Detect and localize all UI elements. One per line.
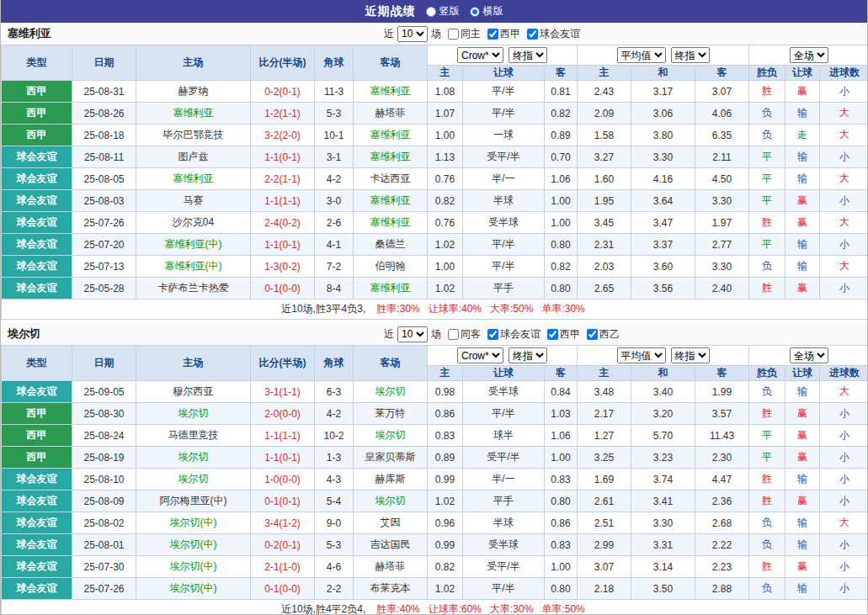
home-team-cell[interactable]: 埃尔切 [136,469,251,490]
column-header: 比分(半场) [251,346,315,381]
filter-checkbox[interactable]: 球会友谊 [527,27,580,41]
home-team-cell[interactable]: 赫罗纳 [136,81,251,103]
away-team-cell[interactable]: 桑德兰 [354,234,428,256]
checkbox-label: 同客 [461,327,481,342]
home-team-cell[interactable]: 马赛 [136,190,251,212]
checkbox-input[interactable] [487,329,498,340]
near-count-select[interactable]: 10 [397,26,428,42]
odds-cell: 受半球 [463,212,545,234]
result-cell: 平 [749,168,785,190]
odds-cell: 0.76 [428,168,463,190]
filter-checkbox[interactable]: 西甲 [487,27,520,41]
checkbox-input[interactable] [587,329,598,340]
home-team-cell[interactable]: 塞维利亚 [136,168,251,190]
date-cell: 25-08-30 [72,403,136,425]
odds-source-select[interactable]: 终指 [509,47,547,63]
match-row: 球会友谊25-07-13塞维利亚(中)1-3(0-2)7-2伯明翰1.00平/半… [2,256,868,278]
checkbox-input[interactable] [527,29,538,40]
avg-odds-cell: 2.03 [578,256,631,278]
home-team-cell[interactable]: 埃尔切 [136,447,251,469]
away-team-cell[interactable]: 伯明翰 [354,256,428,278]
checkbox-input[interactable] [448,29,459,40]
home-team-cell[interactable]: 埃尔切(中) [136,534,251,556]
home-team-cell[interactable]: 塞维利亚(中) [136,234,251,256]
odds-cell: 1.06 [545,425,578,447]
odds-source-select[interactable]: 终指 [671,47,710,63]
goals-result-cell: 小 [820,578,868,600]
odds-source-select[interactable]: Crow* [457,47,503,63]
home-team-cell[interactable]: 塞维利亚(中) [136,256,251,278]
filter-checkbox[interactable]: 同主 [448,27,481,41]
date-cell: 25-08-11 [72,146,136,168]
filter-checkbox[interactable]: 西甲 [547,327,580,342]
away-team-cell[interactable]: 埃尔切 [354,381,428,403]
home-team-cell[interactable]: 卡萨布兰卡热爱 [136,278,251,300]
near-count-select[interactable]: 10 [397,326,428,342]
goals-result-cell: 小 [820,534,868,556]
away-team-cell[interactable]: 埃尔切 [354,490,428,512]
home-team-cell[interactable]: 沙尔克04 [136,212,251,234]
filter-checkbox[interactable]: 球会友谊 [487,327,541,342]
filter-checkbox[interactable]: 同客 [448,327,481,342]
checkbox-input[interactable] [448,329,459,340]
result-cell: 平 [749,146,785,168]
odds-source-select[interactable]: 终指 [671,347,710,363]
home-team-cell[interactable]: 马德里竞技 [136,425,251,447]
away-team-cell[interactable]: 塞维利亚 [354,125,428,146]
goals-result-cell: 小 [820,490,868,512]
away-team-cell[interactable]: 布莱克本 [354,578,428,600]
avg-odds-cell: 6.35 [695,125,749,146]
match-row: 球会友谊25-08-11图卢兹1-1(0-1)3-1塞维利亚1.13受平/半0.… [2,146,868,168]
sub-column-header: 客 [545,66,578,81]
away-team-cell[interactable]: 赫塔菲 [354,103,428,125]
away-team-cell[interactable]: 吉达国民 [354,534,428,556]
odds-source-select[interactable]: 全场 [790,347,828,363]
home-team-cell[interactable]: 穆尔西亚 [136,381,251,403]
odds-cell: 半/一 [463,469,545,490]
away-team-cell[interactable]: 埃尔切 [354,425,428,447]
home-team-cell[interactable]: 塞维利亚 [136,103,251,125]
filter-checkbox[interactable]: 西乙 [587,327,620,342]
odds-cell: 0.81 [545,81,578,103]
odds-source-select[interactable]: 平均值 [617,347,666,363]
home-team-cell[interactable]: 埃尔切(中) [136,578,251,600]
away-team-cell[interactable]: 赫库斯 [354,469,428,490]
odds-cell: 0.82 [428,190,463,212]
odds-cell: 0.84 [545,381,578,403]
odds-cell: 平/半 [463,81,545,103]
away-team-cell[interactable]: 艾因 [354,512,428,534]
checkbox-input[interactable] [487,29,498,40]
odds-source-select[interactable]: 终指 [509,347,547,363]
away-team-cell[interactable]: 塞维利亚 [354,81,428,103]
layout-radio-vertical[interactable]: 竖版 [426,4,460,19]
odds-source-select[interactable]: 全场 [790,47,828,63]
match-row: 球会友谊25-09-05穆尔西亚3-1(1-1)6-3埃尔切0.98受半球0.8… [2,381,868,403]
odds-cell: 1.02 [428,490,463,512]
goals-result-cell: 小 [820,556,868,578]
home-team-cell[interactable]: 毕尔巴鄂竞技 [136,125,251,146]
home-team-cell[interactable]: 埃尔切 [136,403,251,425]
home-team-cell[interactable]: 阿尔梅里亚(中) [136,490,251,512]
league-cell: 西甲 [2,125,72,146]
score-cell: 2-2(1-1) [251,168,315,190]
away-team-cell[interactable]: 塞维利亚 [354,212,428,234]
away-team-cell[interactable]: 皇家贝蒂斯 [354,447,428,469]
layout-radio-horizontal[interactable]: 横版 [470,4,503,19]
away-team-cell[interactable]: 赫塔菲 [354,556,428,578]
checkbox-input[interactable] [547,329,558,340]
odds-source-select[interactable]: Crow* [457,347,503,363]
away-team-cell[interactable]: 莱万特 [354,403,428,425]
sub-column-header: 主 [578,66,631,81]
home-team-cell[interactable]: 埃尔切(中) [136,556,251,578]
home-team-cell[interactable]: 埃尔切(中) [136,512,251,534]
league-cell: 西甲 [2,425,72,447]
home-team-cell[interactable]: 图卢兹 [136,146,251,168]
away-team-cell[interactable]: 塞维利亚 [354,278,428,300]
odds-cell: 平/半 [463,403,545,425]
away-team-cell[interactable]: 塞维利亚 [354,190,428,212]
away-team-cell[interactable]: 塞维利亚 [354,146,428,168]
odds-cell: 0.82 [545,256,578,278]
away-team-cell[interactable]: 卡达西亚 [354,168,428,190]
odds-source-select[interactable]: 平均值 [617,47,666,63]
odds-cell: 0.86 [428,403,463,425]
